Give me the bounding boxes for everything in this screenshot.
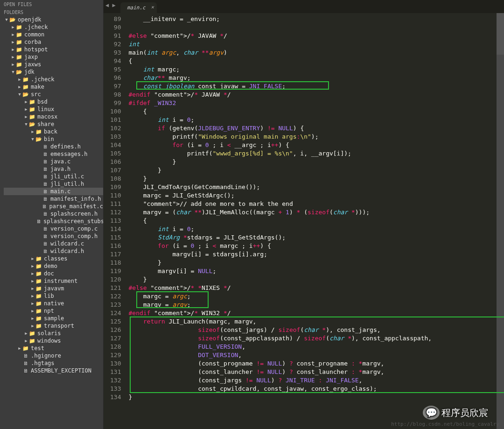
tree-file[interactable]: 🗎java.c bbox=[4, 158, 103, 165]
tree-folder[interactable]: ▶📁bsd bbox=[4, 98, 103, 105]
tree-folder[interactable]: ▶📁npt bbox=[4, 307, 103, 315]
tree-folder[interactable]: ▶📁linux bbox=[4, 105, 103, 113]
file-icon: 🗎 bbox=[42, 241, 49, 247]
folder-icon: 📁 bbox=[16, 32, 22, 38]
chevron-right-icon: ▶ bbox=[30, 324, 35, 328]
tree-folder[interactable]: ▶📁.jcheck bbox=[4, 23, 103, 31]
tree-folder[interactable]: ▶📁corba bbox=[4, 38, 103, 46]
code-line: __initenv = _environ; bbox=[128, 15, 497, 23]
tree-folder[interactable]: ▶📁back bbox=[4, 128, 103, 135]
file-icon: 🗎 bbox=[42, 211, 49, 217]
tree-file[interactable]: 🗎main.c bbox=[4, 188, 103, 195]
tree-file[interactable]: 🗎wildcard.h bbox=[4, 247, 103, 255]
code-line: (const_launcher != NULL) ? const_launche… bbox=[128, 368, 497, 376]
tree-label: doc bbox=[44, 270, 54, 277]
line-number: 105 bbox=[110, 149, 121, 158]
tree-folder[interactable]: ▶📁solaris bbox=[4, 330, 103, 337]
tree-folder[interactable]: ▶📁jaxws bbox=[4, 61, 103, 68]
chevron-right-icon: ▶ bbox=[10, 62, 16, 67]
tree-file[interactable]: 🗎wildcard.c bbox=[4, 240, 103, 247]
chevron-right-icon: ▶ bbox=[30, 286, 35, 291]
tree-folder[interactable]: ▼📂jdk bbox=[4, 68, 103, 76]
tree-file[interactable]: 🗎splashscreen.h bbox=[4, 210, 103, 218]
tree-folder[interactable]: ▶📁lib bbox=[4, 292, 103, 300]
tree-file[interactable]: 🗎java.h bbox=[4, 165, 103, 173]
line-number: 111 bbox=[110, 200, 121, 208]
code-line: DOT_VERSION, bbox=[128, 351, 497, 359]
chevron-right-icon: ▶ bbox=[17, 77, 22, 82]
file-icon: 🗎 bbox=[42, 226, 49, 232]
tree-folder[interactable]: ▼📂share bbox=[4, 120, 103, 128]
code-content[interactable]: __initenv = _environ; #else "comment">/*… bbox=[125, 13, 497, 429]
tree-file[interactable]: 🗎defines.h bbox=[4, 143, 103, 150]
code-line: return JLI_Launch(margc, margv, bbox=[128, 317, 497, 326]
tree-folder[interactable]: ▶📁hotspot bbox=[4, 46, 103, 53]
tree-label: main.c bbox=[50, 188, 70, 195]
tree-folder[interactable]: ▶📁jaxp bbox=[4, 53, 103, 61]
code-line: } bbox=[128, 166, 497, 175]
tree-file[interactable]: 🗎ASSEMBLY_EXCEPTION bbox=[4, 367, 103, 374]
tree-folder[interactable]: ▶📁macosx bbox=[4, 113, 103, 120]
tree-label: emessages.h bbox=[50, 151, 87, 157]
chevron-right-icon: ▶ bbox=[10, 25, 16, 29]
tree-file[interactable]: 🗎manifest_info.h bbox=[4, 195, 103, 203]
tab-main-c[interactable]: main.c × bbox=[120, 2, 157, 13]
line-number: 117 bbox=[110, 250, 121, 259]
code-line: JLI_CmdToArgs(GetCommandLine()); bbox=[128, 183, 497, 191]
tree-folder[interactable]: ▶📁.jcheck bbox=[4, 76, 103, 83]
tab-label: main.c bbox=[127, 5, 146, 11]
line-number: 96 bbox=[110, 74, 121, 82]
tree-folder[interactable]: ▼📂src bbox=[4, 91, 103, 98]
tree-folder[interactable]: ▶📁test bbox=[4, 345, 103, 352]
tree-file[interactable]: 🗎emessages.h bbox=[4, 150, 103, 158]
folder-icon: 📁 bbox=[35, 323, 42, 329]
folder-icon: 📁 bbox=[35, 293, 42, 299]
tree-file[interactable]: 🗎version_comp.h bbox=[4, 232, 103, 240]
tree-root[interactable]: ▼ 📂 openjdk bbox=[4, 16, 103, 23]
tree-label: java.h bbox=[50, 166, 70, 172]
tree-folder[interactable]: ▶📁make bbox=[4, 83, 103, 91]
wechat-label: 程序员欣宸 bbox=[441, 407, 488, 419]
tree-folder[interactable]: ▼📂bin bbox=[4, 135, 103, 143]
tree-file[interactable]: 🗎jli_util.h bbox=[4, 180, 103, 188]
folder-icon: 📂 bbox=[22, 91, 29, 98]
tree-label: native bbox=[44, 300, 64, 307]
tree-file[interactable]: 🗎.hgignore bbox=[4, 352, 103, 359]
tree-file[interactable]: 🗎.hgtags bbox=[4, 359, 103, 367]
tree-label: hotspot bbox=[24, 46, 48, 53]
tree-file[interactable]: 🗎parse_manifest.c bbox=[4, 203, 103, 210]
wechat-watermark: 💬 程序员欣宸 bbox=[423, 406, 488, 420]
tree-folder[interactable]: ▶📁common bbox=[4, 31, 103, 38]
line-number: 122 bbox=[110, 292, 121, 301]
chevron-right-icon: ▶ bbox=[30, 256, 35, 261]
tree-file[interactable]: 🗎splashscreen_stubs.c bbox=[4, 218, 103, 225]
tree-folder[interactable]: ▶📁native bbox=[4, 300, 103, 307]
tree-label: version_comp.c bbox=[50, 225, 98, 232]
minimap-scrollbar[interactable] bbox=[497, 13, 504, 429]
tree-folder[interactable]: ▶📁windows bbox=[4, 337, 103, 345]
line-number: 95 bbox=[110, 65, 121, 74]
tree-folder[interactable]: ▶📁sample bbox=[4, 315, 103, 322]
tree-label: jdk bbox=[24, 69, 35, 75]
tree-label: .hgignore bbox=[31, 352, 61, 359]
line-number: 102 bbox=[110, 124, 121, 133]
tree-folder[interactable]: ▶📁doc bbox=[4, 270, 103, 277]
close-icon[interactable]: × bbox=[151, 4, 154, 10]
tree-folder[interactable]: ▶📁transport bbox=[4, 322, 103, 330]
editor-area[interactable]: 8990919293949596979899100101102103104105… bbox=[104, 13, 504, 429]
tree-folder[interactable]: ▶📁classes bbox=[4, 255, 103, 262]
tree-label: src bbox=[31, 91, 41, 98]
line-number: 99 bbox=[110, 99, 121, 107]
code-line: char** margv; bbox=[128, 74, 497, 82]
open-files-header: OPEN FILES bbox=[0, 0, 103, 8]
nav-arrows[interactable]: ◀ ▶ bbox=[105, 2, 116, 8]
tree-file[interactable]: 🗎jli_util.c bbox=[4, 173, 103, 180]
tree-folder[interactable]: ▶📁demo bbox=[4, 262, 103, 270]
tree-file[interactable]: 🗎version_comp.c bbox=[4, 225, 103, 232]
tree-folder[interactable]: ▶📁javavm bbox=[4, 285, 103, 292]
code-line: sizeof(const_appclasspath) / sizeof(char… bbox=[128, 334, 497, 343]
folder-icon: 📁 bbox=[35, 316, 42, 322]
tree-folder[interactable]: ▶📁instrument bbox=[4, 277, 103, 285]
folder-icon: 📁 bbox=[29, 106, 35, 113]
tree-label: classes bbox=[44, 255, 68, 262]
